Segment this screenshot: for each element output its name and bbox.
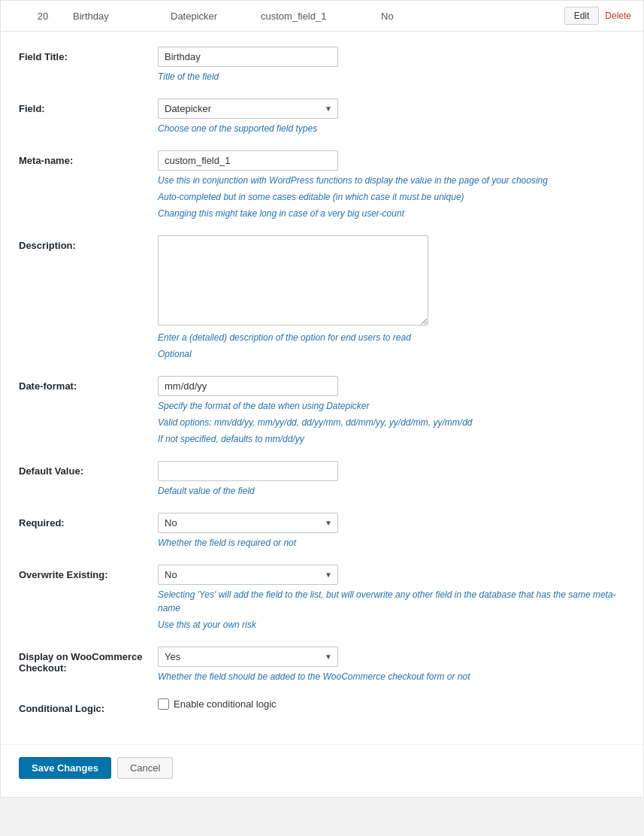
date-format-hint1: Specify the format of the date when usin… bbox=[158, 399, 625, 413]
meta-name-hint2: Auto-completed but in some cases editabl… bbox=[158, 190, 625, 204]
field-type: Datepicker bbox=[171, 11, 261, 22]
default-value-input[interactable] bbox=[158, 461, 338, 481]
meta-name-hint3: Changing this might take long in case of… bbox=[158, 207, 625, 220]
meta-name-content: Use this in conjunction with WordPress f… bbox=[158, 150, 625, 220]
field-number: 20 bbox=[13, 11, 73, 22]
conditional-logic-checkbox-row: Enable conditional logic bbox=[158, 698, 625, 710]
required-hint: Whether the field is required or not bbox=[158, 536, 625, 550]
conditional-logic-checkbox-label[interactable]: Enable conditional logic bbox=[174, 698, 277, 710]
default-value-content: Default value of the field bbox=[158, 461, 625, 498]
field-type-select[interactable]: DatepickerTextTextareaCheckboxSelectRadi… bbox=[158, 98, 338, 119]
field-summary-row: 20 Birthday Datepicker custom_field_1 No… bbox=[1, 1, 643, 32]
default-value-hint: Default value of the field bbox=[158, 484, 625, 498]
field-required: No bbox=[381, 11, 564, 22]
description-row: Description: Enter a (detailed) descript… bbox=[19, 235, 625, 361]
field-meta: custom_field_1 bbox=[261, 11, 381, 22]
overwrite-existing-row: Overwrite Existing: NoYes ▼ Selecting 'Y… bbox=[19, 565, 625, 632]
edit-form: Field Title: Title of the field Field: D… bbox=[1, 32, 643, 744]
woocommerce-row: Display on WooCommerce Checkout: YesNo ▼… bbox=[19, 647, 625, 683]
required-content: NoYes ▼ Whether the field is required or… bbox=[158, 513, 625, 550]
required-label: Required: bbox=[19, 513, 158, 529]
overwrite-existing-hint2: Use this at your own risk bbox=[158, 618, 625, 632]
save-changes-button[interactable]: Save Changes bbox=[19, 757, 111, 779]
edit-button[interactable]: Edit bbox=[564, 7, 600, 25]
woocommerce-label: Display on WooCommerce Checkout: bbox=[19, 647, 158, 674]
woocommerce-hint: Whether the field should be added to the… bbox=[158, 670, 625, 683]
date-format-input[interactable] bbox=[158, 376, 338, 396]
field-type-row: Field: DatepickerTextTextareaCheckboxSel… bbox=[19, 98, 625, 135]
date-format-row: Date-format: Specify the format of the d… bbox=[19, 376, 625, 446]
conditional-logic-row: Conditional Logic: Enable conditional lo… bbox=[19, 698, 625, 714]
required-select[interactable]: NoYes bbox=[158, 513, 338, 533]
woocommerce-content: YesNo ▼ Whether the field should be adde… bbox=[158, 647, 625, 683]
required-row: Required: NoYes ▼ Whether the field is r… bbox=[19, 513, 625, 550]
date-format-content: Specify the format of the date when usin… bbox=[158, 376, 625, 446]
button-row: Save Changes Cancel bbox=[1, 744, 643, 797]
overwrite-existing-select-wrap: NoYes ▼ bbox=[158, 565, 338, 585]
field-type-select-wrap: DatepickerTextTextareaCheckboxSelectRadi… bbox=[158, 98, 338, 119]
woocommerce-select[interactable]: YesNo bbox=[158, 647, 338, 667]
delete-button[interactable]: Delete bbox=[605, 11, 631, 21]
conditional-logic-checkbox[interactable] bbox=[158, 698, 169, 710]
description-label: Description: bbox=[19, 235, 158, 251]
date-format-hint3: If not specified, defaults to mm/dd/yy bbox=[158, 432, 625, 446]
conditional-logic-content: Enable conditional logic bbox=[158, 698, 625, 710]
field-title-label: Field Title: bbox=[19, 47, 158, 62]
field-title-content: Title of the field bbox=[158, 47, 625, 83]
field-title-input[interactable] bbox=[158, 47, 338, 67]
cancel-button[interactable]: Cancel bbox=[117, 757, 173, 779]
overwrite-existing-label: Overwrite Existing: bbox=[19, 565, 158, 580]
overwrite-existing-content: NoYes ▼ Selecting 'Yes' will add the fie… bbox=[158, 565, 625, 632]
field-type-label: Field: bbox=[19, 98, 158, 114]
description-content: Enter a (detailed) description of the op… bbox=[158, 235, 625, 361]
field-type-hint: Choose one of the supported field types bbox=[158, 122, 625, 135]
field-type-content: DatepickerTextTextareaCheckboxSelectRadi… bbox=[158, 98, 625, 135]
description-textarea[interactable] bbox=[158, 235, 428, 326]
overwrite-existing-select[interactable]: NoYes bbox=[158, 565, 338, 585]
date-format-hint2: Valid options: mm/dd/yy, mm/yy/dd, dd/yy… bbox=[158, 416, 625, 429]
meta-name-label: Meta-name: bbox=[19, 150, 158, 166]
woocommerce-select-wrap: YesNo ▼ bbox=[158, 647, 338, 667]
field-title-row: Field Title: Title of the field bbox=[19, 47, 625, 83]
field-name: Birthday bbox=[73, 11, 171, 22]
meta-name-hint1: Use this in conjunction with WordPress f… bbox=[158, 174, 625, 187]
meta-name-row: Meta-name: Use this in conjunction with … bbox=[19, 150, 625, 220]
field-title-hint: Title of the field bbox=[158, 70, 625, 83]
field-actions: Edit Delete bbox=[564, 7, 631, 25]
date-format-label: Date-format: bbox=[19, 376, 158, 392]
default-value-row: Default Value: Default value of the fiel… bbox=[19, 461, 625, 498]
conditional-logic-label: Conditional Logic: bbox=[19, 698, 158, 714]
overwrite-existing-hint1: Selecting 'Yes' will add the field to th… bbox=[158, 588, 625, 615]
description-hint1: Enter a (detailed) description of the op… bbox=[158, 331, 625, 344]
default-value-label: Default Value: bbox=[19, 461, 158, 477]
meta-name-input[interactable] bbox=[158, 150, 338, 171]
description-hint2: Optional bbox=[158, 347, 625, 361]
required-select-wrap: NoYes ▼ bbox=[158, 513, 338, 533]
